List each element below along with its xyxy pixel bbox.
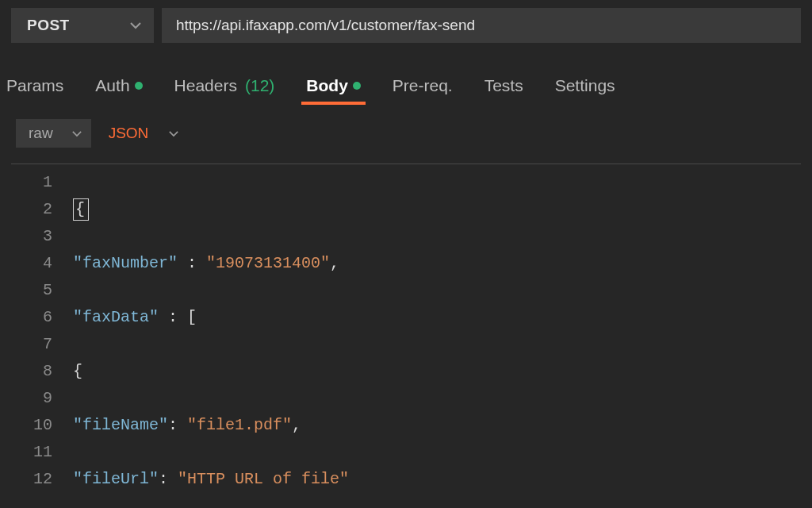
tab-headers[interactable]: Headers (12) bbox=[171, 71, 278, 103]
tab-settings[interactable]: Settings bbox=[552, 71, 619, 103]
tab-params[interactable]: Params bbox=[3, 71, 67, 103]
json-key: "faxData" bbox=[73, 304, 159, 331]
code-content[interactable]: { "faxNumber" : "19073131400", "faxData"… bbox=[67, 169, 801, 508]
json-key: "fileName" bbox=[73, 412, 168, 439]
headers-count: (12) bbox=[245, 76, 274, 95]
line-number: 2 bbox=[11, 196, 52, 223]
line-number: 1 bbox=[11, 169, 52, 196]
json-string: "19073131400" bbox=[206, 250, 330, 277]
http-method-value: POST bbox=[27, 17, 70, 34]
status-dot-icon bbox=[135, 82, 143, 90]
request-tabs: Params Auth Headers (12) Body Pre-req. T… bbox=[0, 51, 812, 103]
status-dot-icon bbox=[353, 82, 361, 90]
line-number: 4 bbox=[11, 250, 52, 277]
chevron-down-icon bbox=[130, 21, 141, 29]
code-editor[interactable]: 1 2 3 4 5 6 7 8 9 10 11 12 { "faxNumber"… bbox=[11, 164, 801, 508]
tab-settings-label: Settings bbox=[555, 76, 615, 95]
chevron-down-icon bbox=[169, 130, 178, 137]
http-method-select[interactable]: POST bbox=[11, 8, 154, 43]
line-number: 10 bbox=[11, 412, 52, 439]
tab-body[interactable]: Body bbox=[303, 71, 364, 103]
line-number: 8 bbox=[11, 358, 52, 385]
request-url-input[interactable]: https://api.ifaxapp.com/v1/customer/fax-… bbox=[162, 8, 801, 43]
line-number: 3 bbox=[11, 223, 52, 250]
line-number: 12 bbox=[11, 466, 52, 493]
json-key: "faxNumber" bbox=[73, 250, 178, 277]
line-number: 6 bbox=[11, 304, 52, 331]
tab-headers-label: Headers bbox=[174, 76, 237, 95]
tab-prereq-label: Pre-req. bbox=[393, 76, 453, 95]
tab-auth-label: Auth bbox=[95, 76, 129, 95]
tab-params-label: Params bbox=[6, 76, 63, 95]
line-number-gutter: 1 2 3 4 5 6 7 8 9 10 11 12 bbox=[11, 169, 67, 508]
line-number: 11 bbox=[11, 439, 52, 466]
request-bar: POST https://api.ifaxapp.com/v1/customer… bbox=[0, 0, 812, 51]
json-key: "fileUrl" bbox=[73, 466, 159, 493]
tab-tests-label: Tests bbox=[485, 76, 523, 95]
line-number: 5 bbox=[11, 277, 52, 304]
request-url-text: https://api.ifaxapp.com/v1/customer/fax-… bbox=[176, 17, 475, 34]
tab-body-label: Body bbox=[306, 76, 348, 95]
line-number: 7 bbox=[11, 331, 52, 358]
tab-tests[interactable]: Tests bbox=[481, 71, 527, 103]
body-subbar: raw JSON bbox=[0, 103, 812, 159]
code-editor-inner: 1 2 3 4 5 6 7 8 9 10 11 12 { "faxNumber"… bbox=[11, 164, 801, 508]
tab-auth[interactable]: Auth bbox=[92, 71, 145, 103]
body-mode-select[interactable]: raw bbox=[16, 119, 91, 148]
json-string: "file1.pdf" bbox=[187, 412, 292, 439]
cursor-icon: { bbox=[73, 198, 89, 221]
body-mode-value: raw bbox=[29, 125, 53, 142]
body-language-value: JSON bbox=[109, 125, 149, 142]
json-string: "HTTP URL of file" bbox=[178, 466, 349, 493]
chevron-down-icon bbox=[72, 130, 82, 137]
body-language-select[interactable]: JSON bbox=[109, 125, 179, 142]
line-number: 9 bbox=[11, 385, 52, 412]
tab-prereq[interactable]: Pre-req. bbox=[389, 71, 456, 103]
